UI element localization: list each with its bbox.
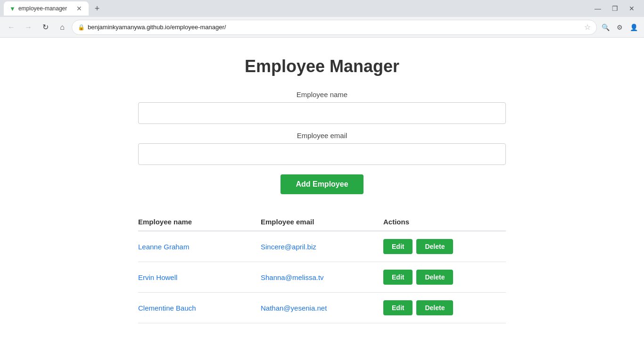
ext-icon-3[interactable]: 👤 bbox=[627, 21, 640, 34]
name-form-group: Employee name bbox=[138, 90, 506, 124]
close-button[interactable]: ✕ bbox=[627, 4, 636, 13]
new-tab-button[interactable]: + bbox=[91, 2, 104, 15]
address-bar[interactable]: 🔒 benjaminkyamanywa.github.io/employee-m… bbox=[72, 20, 597, 35]
employee-name-cell: Leanne Graham bbox=[138, 243, 261, 251]
name-input[interactable] bbox=[138, 102, 506, 124]
edit-button[interactable]: Edit bbox=[383, 270, 413, 285]
reload-button[interactable]: ↻ bbox=[38, 20, 53, 35]
main-container: Employee Manager Employee name Employee … bbox=[138, 57, 506, 323]
email-form-group: Employee email bbox=[138, 132, 506, 165]
page-content: Employee Manager Employee name Employee … bbox=[0, 38, 644, 362]
email-input[interactable] bbox=[138, 143, 506, 165]
actions-cell: Edit Delete bbox=[383, 300, 506, 315]
ext-icon-2[interactable]: ⚙ bbox=[613, 21, 626, 34]
table-row: Leanne Graham Sincere@april.biz Edit Del… bbox=[138, 231, 506, 262]
edit-button[interactable]: Edit bbox=[383, 300, 413, 315]
tab-close-button[interactable]: ✕ bbox=[75, 5, 83, 12]
tab-title: employee-manager bbox=[18, 5, 73, 12]
actions-cell: Edit Delete bbox=[383, 270, 506, 285]
table-row: Ervin Howell Shanna@melissa.tv Edit Dele… bbox=[138, 262, 506, 293]
delete-button[interactable]: Delete bbox=[416, 239, 453, 254]
col-header-email: Employee email bbox=[261, 218, 383, 226]
bookmark-icon[interactable]: ☆ bbox=[584, 23, 591, 32]
add-employee-button[interactable]: Add Employee bbox=[281, 174, 363, 194]
edit-button[interactable]: Edit bbox=[383, 239, 413, 254]
delete-button[interactable]: Delete bbox=[416, 270, 453, 285]
app-title: Employee Manager bbox=[138, 57, 506, 76]
col-header-actions: Actions bbox=[383, 218, 506, 226]
email-label: Employee email bbox=[138, 132, 506, 140]
actions-cell: Edit Delete bbox=[383, 239, 506, 254]
table-header: Employee name Employee email Actions bbox=[138, 213, 506, 231]
maximize-button[interactable]: ❐ bbox=[610, 4, 619, 13]
home-button[interactable]: ⌂ bbox=[55, 20, 70, 35]
lock-icon: 🔒 bbox=[78, 24, 85, 31]
col-header-name: Employee name bbox=[138, 218, 261, 226]
table-row: Clementine Bauch Nathan@yesenia.net Edit… bbox=[138, 293, 506, 323]
employee-name-cell: Ervin Howell bbox=[138, 273, 261, 281]
browser-titlebar: ▼ employee-manager ✕ + — ❐ ✕ bbox=[0, 0, 644, 17]
url-text: benjaminkyamanywa.github.io/employee-man… bbox=[88, 24, 581, 31]
browser-tab[interactable]: ▼ employee-manager ✕ bbox=[4, 1, 89, 16]
name-label: Employee name bbox=[138, 90, 506, 99]
employee-email-cell: Sincere@april.biz bbox=[261, 243, 383, 251]
browser-toolbar: ← → ↻ ⌂ 🔒 benjaminkyamanywa.github.io/em… bbox=[0, 17, 644, 38]
forward-button[interactable]: → bbox=[21, 20, 36, 35]
employee-email-cell: Shanna@melissa.tv bbox=[261, 273, 383, 281]
minimize-button[interactable]: — bbox=[593, 4, 603, 13]
back-button[interactable]: ← bbox=[4, 20, 19, 35]
tab-favicon: ▼ bbox=[9, 5, 16, 12]
delete-button[interactable]: Delete bbox=[416, 300, 453, 315]
extensions-area: 🔍 ⚙ 👤 bbox=[599, 21, 640, 34]
browser-window: ▼ employee-manager ✕ + — ❐ ✕ ← → ↻ ⌂ 🔒 b… bbox=[0, 0, 644, 362]
employee-table: Employee name Employee email Actions Lea… bbox=[138, 213, 506, 323]
table-body: Leanne Graham Sincere@april.biz Edit Del… bbox=[138, 231, 506, 323]
ext-icon-1[interactable]: 🔍 bbox=[599, 21, 612, 34]
employee-name-cell: Clementine Bauch bbox=[138, 304, 261, 312]
employee-email-cell: Nathan@yesenia.net bbox=[261, 304, 383, 312]
window-controls: — ❐ ✕ bbox=[593, 4, 640, 13]
